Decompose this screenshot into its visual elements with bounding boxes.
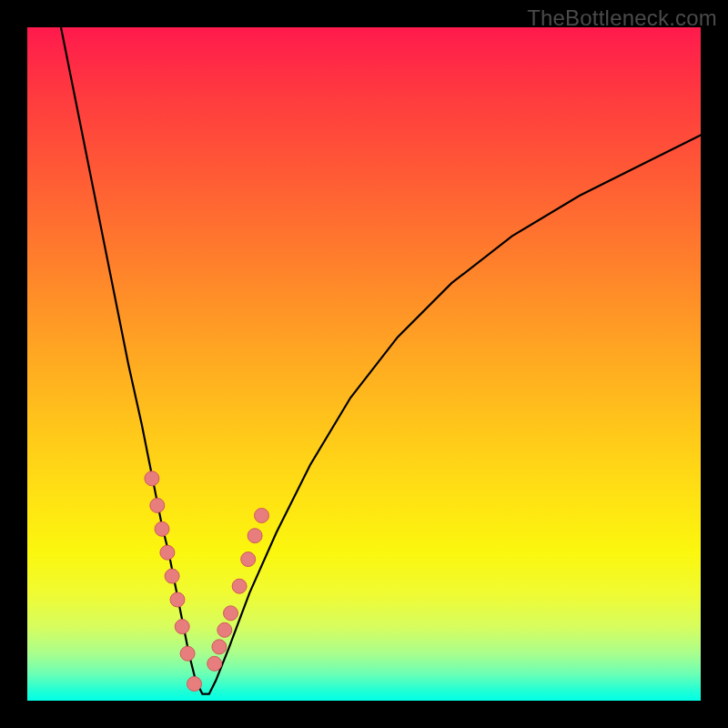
- left-cluster-point: [170, 592, 185, 607]
- right-cluster-point: [232, 579, 247, 593]
- right-cluster-point: [248, 529, 262, 543]
- right-cluster-point: [255, 509, 269, 523]
- left-cluster-point: [155, 521, 169, 536]
- right-cluster-point: [241, 552, 256, 567]
- left-cluster-point: [187, 677, 202, 692]
- left-cluster-point: [180, 646, 195, 661]
- right-cluster-point: [212, 640, 227, 654]
- plot-frame: [27, 27, 701, 701]
- right-cluster-point: [224, 606, 238, 621]
- right-cluster-point: [207, 656, 222, 671]
- left-cluster-point: [150, 498, 165, 512]
- right-cluster-point: [217, 622, 232, 637]
- watermark-text: TheBottleneck.com: [527, 5, 717, 31]
- left-cluster-point: [165, 569, 179, 583]
- left-cluster-point: [175, 620, 189, 634]
- data-markers: [145, 471, 269, 692]
- left-cluster-point: [145, 471, 159, 486]
- left-cluster-point: [160, 545, 175, 560]
- chart-svg: [27, 27, 701, 701]
- bottleneck-curve: [61, 27, 701, 694]
